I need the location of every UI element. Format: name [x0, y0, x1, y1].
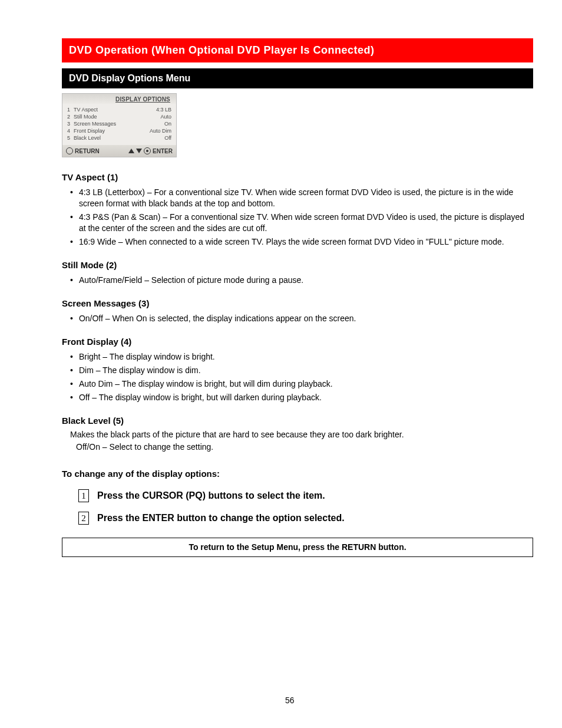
osd-row: 3Screen Messages On — [67, 120, 171, 127]
osd-row: 1TV Aspect 4:3 LB — [67, 106, 171, 113]
note-box: To return to the Setup Menu, press the R… — [62, 538, 533, 557]
bullet-icon — [70, 187, 73, 209]
bullet-icon — [70, 212, 73, 234]
step-number-box: 2 — [78, 512, 89, 525]
osd-row-value: On — [164, 121, 171, 127]
osd-row-value: Auto — [160, 114, 171, 120]
down-arrow-icon — [136, 149, 142, 153]
bullet-icon — [70, 236, 73, 248]
black-level-sub: Off/On – Select to change the setting. — [76, 442, 533, 453]
section-header-red: DVD Operation (When Optional DVD Player … — [62, 38, 533, 62]
osd-row-label: TV Aspect — [74, 107, 98, 113]
osd-row-label: Black Level — [74, 135, 101, 141]
osd-screenshot: DISPLAY OPTIONS 1TV Aspect 4:3 LB 2Still… — [62, 93, 177, 157]
bullet-text: 4:3 LB (Letterbox) – For a conventional … — [79, 187, 533, 209]
item-heading-screen-messages: Screen Messages (3) — [62, 298, 533, 309]
osd-row-label: Still Mode — [74, 114, 97, 120]
bullet-icon — [70, 392, 73, 403]
osd-row-num: 3 — [67, 121, 70, 127]
osd-body: 1TV Aspect 4:3 LB 2Still Mode Auto 3Scre… — [62, 104, 176, 145]
osd-row-label: Front Display — [74, 128, 105, 134]
step-text: Press the ENTER button to change the opt… — [97, 512, 345, 525]
item-heading-front-display: Front Display (4) — [62, 336, 533, 348]
bullet-icon — [70, 365, 73, 376]
osd-footer: RETURN ENTER — [62, 145, 176, 157]
bullet-text: On/Off – When On is selected, the displa… — [79, 313, 356, 324]
osd-row: 2Still Mode Auto — [67, 113, 171, 120]
osd-return-label: RETURN — [75, 148, 100, 154]
item-heading-black-level: Black Level (5) — [62, 415, 533, 427]
item-heading-still-mode: Still Mode (2) — [62, 259, 533, 271]
section-header-black: DVD Display Options Menu — [62, 68, 533, 88]
osd-row: 5Black Level Off — [67, 134, 171, 141]
bullet-text: Auto Dim – The display window is bright,… — [79, 378, 333, 390]
osd-row-num: 1 — [67, 107, 70, 113]
bullet-text: Bright – The display window is bright. — [79, 351, 215, 363]
osd-row-value: 4:3 LB — [156, 107, 171, 113]
bullet-text: Auto/Frame/Field – Selection of picture … — [79, 275, 303, 286]
page-number: 56 — [285, 696, 295, 705]
osd-title: DISPLAY OPTIONS — [62, 94, 176, 104]
bullet-text: Dim – The display window is dim. — [79, 365, 201, 376]
bullet-icon — [70, 275, 73, 286]
step-1: 1 Press the CURSOR (PQ) buttons to selec… — [78, 489, 533, 502]
osd-row-value: Off — [164, 135, 171, 141]
up-arrow-icon — [128, 149, 134, 153]
step-text: Press the CURSOR (PQ) buttons to select … — [97, 489, 325, 502]
bullet-icon — [70, 378, 73, 390]
osd-row-num: 2 — [67, 114, 70, 120]
osd-row-label: Screen Messages — [74, 121, 116, 127]
enter-icon — [144, 147, 151, 154]
osd-row: 4Front Display Auto Dim — [67, 127, 171, 134]
osd-row-num: 4 — [67, 128, 70, 134]
osd-row-num: 5 — [67, 135, 70, 141]
osd-enter-label: ENTER — [153, 148, 173, 154]
bullet-icon — [70, 351, 73, 363]
osd-row-value: Auto Dim — [150, 128, 171, 134]
return-icon — [66, 147, 73, 154]
bullet-text: 16:9 Wide – When connected to a wide scr… — [79, 236, 504, 248]
bullet-text: 4:3 P&S (Pan & Scan) – For a conventiona… — [79, 212, 533, 234]
bullet-icon — [70, 313, 73, 324]
step-2: 2 Press the ENTER button to change the o… — [78, 512, 533, 525]
black-level-desc: Makes the black parts of the picture tha… — [70, 429, 533, 440]
to-change-heading: To change any of the display options: — [62, 468, 533, 480]
step-number-box: 1 — [78, 489, 89, 502]
item-heading-tv-aspect: TV Aspect (1) — [62, 172, 533, 183]
bullet-text: Off – The display window is bright, but … — [79, 392, 322, 403]
